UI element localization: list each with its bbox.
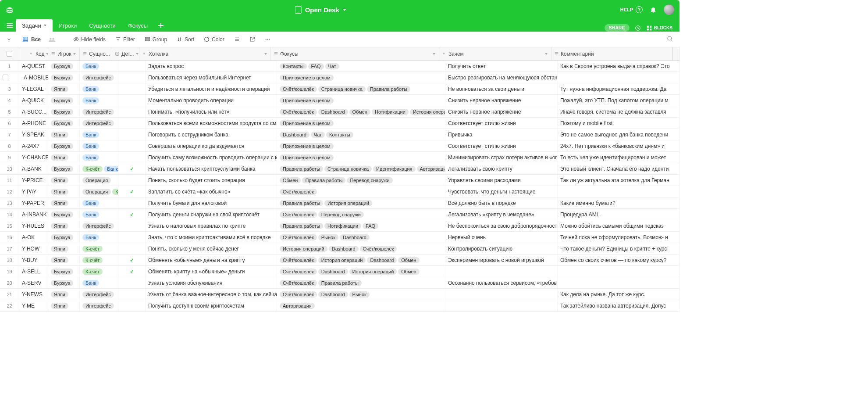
header-hotelka[interactable]: Хотелка xyxy=(139,47,271,60)
cell-detail[interactable] xyxy=(118,243,146,254)
base-title[interactable]: Open Desk xyxy=(21,6,620,14)
cell-entity[interactable]: К-счёт xyxy=(80,266,118,277)
cell-why[interactable]: Получить ответ xyxy=(445,61,558,72)
table-row[interactable]: 4A-QUICKБуржуаБанкМоментально проводить … xyxy=(0,95,679,106)
airtable-logo[interactable] xyxy=(5,5,14,14)
cell-hotelka[interactable]: Получить бумаги для налоговой xyxy=(146,197,277,208)
cell-entity[interactable]: К-счёт xyxy=(80,243,118,254)
table-row[interactable]: 1A-QUESTБуржуаБанкЗадать вопросКонтактыF… xyxy=(0,61,679,72)
cell-code[interactable]: Y-CHANCE xyxy=(19,152,48,163)
cell-why[interactable]: Легализовать свою крипту xyxy=(445,163,558,174)
cell-comment[interactable]: Это новый клиент. Сначала его надо идент… xyxy=(558,163,679,174)
cell-code[interactable]: A-SUCC... xyxy=(19,106,48,117)
table-tab[interactable]: Игроки xyxy=(53,19,83,32)
cell-detail[interactable] xyxy=(118,140,146,151)
cell-player[interactable]: Яппи xyxy=(48,300,80,311)
cell-player[interactable]: Яппи xyxy=(48,175,80,186)
table-row[interactable]: 13Y-PAPERЯппиБанкПолучить бумаги для нал… xyxy=(0,197,679,209)
cell-code[interactable]: A-MOBILE xyxy=(19,72,48,83)
cell-hotelka[interactable]: Обменять крипту на «обычные» деньги xyxy=(146,266,277,277)
cell-player[interactable]: Яппи xyxy=(48,254,80,265)
color-button[interactable]: Color xyxy=(201,35,227,44)
cell-detail[interactable]: ✓ xyxy=(118,163,146,174)
cell-detail[interactable] xyxy=(118,72,146,83)
blocks-button[interactable]: BLOCKS xyxy=(646,25,672,31)
cell-detail[interactable] xyxy=(118,277,146,288)
table-row[interactable]: 22Y-MEЯппиИнтерфейсПолучить доступ к сво… xyxy=(0,300,679,312)
cell-comment[interactable]: Как дела на рынке. Да тот же курс. xyxy=(558,289,679,300)
cell-code[interactable]: A-PHONE xyxy=(19,118,48,129)
cell-hotelka[interactable]: Пользоваться через мобильный Интернет xyxy=(146,72,277,83)
cell-detail[interactable] xyxy=(118,129,146,140)
more-button[interactable] xyxy=(262,35,273,44)
cell-comment[interactable]: Тут нужна информационная поддержка. Да xyxy=(558,83,679,94)
cell-player[interactable]: Буржуа xyxy=(48,140,80,151)
cell-code[interactable]: Y-SPEAK xyxy=(19,129,48,140)
cell-player[interactable]: Яппи xyxy=(48,152,80,163)
cell-hotelka[interactable]: Задать вопрос xyxy=(146,61,277,72)
cell-focus[interactable]: Приложение в целом xyxy=(277,152,445,163)
cell-comment[interactable]: Иначе говоря, система не должна заставля xyxy=(558,106,679,117)
history-button[interactable] xyxy=(635,25,641,31)
cell-focus[interactable]: Счёт/кошелёкПеревод снаружи xyxy=(277,209,445,220)
cell-entity[interactable]: Банк xyxy=(80,95,118,106)
cell-comment[interactable]: Так затейливо названа авторизация. Допус xyxy=(558,300,679,311)
cell-why[interactable] xyxy=(445,289,558,300)
cell-focus[interactable]: Счёт/кошелёкИстория операцийDashboardОбм… xyxy=(277,254,445,265)
share-button[interactable]: SHARE xyxy=(605,24,630,32)
cell-detail[interactable] xyxy=(118,232,146,243)
table-row[interactable]: 11Y-PRICEЯппиОперацияПонять, сколько буд… xyxy=(0,175,679,186)
table-row[interactable]: 7Y-SPEAKЯппиБанкПоговорить с сотрудником… xyxy=(0,129,679,140)
cell-hotelka[interactable]: Понимать, «получилось или нет» xyxy=(146,106,277,117)
table-row[interactable]: A-MOBILEБуржуаИнтерфейсПользоваться чере… xyxy=(0,72,679,83)
cell-player[interactable]: Яппи xyxy=(48,289,80,300)
cell-entity[interactable]: Банк xyxy=(80,61,118,72)
cell-focus[interactable]: Правила работыНотификацииFAQ xyxy=(277,220,445,231)
cell-player[interactable]: Яппи xyxy=(48,243,80,254)
cell-entity[interactable]: Банк xyxy=(80,232,118,243)
cell-detail[interactable]: ✓ xyxy=(118,209,146,220)
cell-code[interactable]: Y-PAY xyxy=(19,186,48,197)
cell-focus[interactable]: Правила работыСтраница новичкаИдентифика… xyxy=(277,163,445,174)
cell-focus[interactable]: Счёт/кошелёкРынокDashboard xyxy=(277,232,445,243)
table-row[interactable]: 9Y-CHANCEЯппиБанкПолучить саму возможнос… xyxy=(0,152,679,163)
cell-detail[interactable] xyxy=(118,289,146,300)
cell-player[interactable]: Яппи xyxy=(48,186,80,197)
cell-entity[interactable]: Банк xyxy=(80,197,118,208)
cell-hotelka[interactable]: Моментально проводить операции xyxy=(146,95,277,106)
current-view[interactable]: Все xyxy=(19,35,44,44)
table-row[interactable]: 18Y-BUYЯппиК-счёт✓Обменять «обычные» ден… xyxy=(0,254,679,266)
cell-entity[interactable]: К-счёт xyxy=(80,254,118,265)
filter-button[interactable]: Filter xyxy=(113,35,138,44)
cell-detail[interactable]: ✓ xyxy=(118,254,146,265)
cell-why[interactable]: Снизить нервное напряжение xyxy=(445,95,558,106)
cell-focus[interactable]: Счёт/кошелёкDashboardИстория операцийОбм… xyxy=(277,266,445,277)
cell-entity[interactable]: Интерфейс xyxy=(80,72,118,83)
cell-hotelka[interactable]: Заплатить со счёта «как обычно» xyxy=(146,186,277,197)
notifications-icon[interactable] xyxy=(650,6,657,13)
cell-detail[interactable] xyxy=(118,300,146,311)
cell-why[interactable]: Всё должно быть в порядке xyxy=(445,197,558,208)
table-tab[interactable]: Фокусы xyxy=(122,19,154,32)
cell-focus[interactable]: Правила работыИстория операций xyxy=(277,197,445,208)
row-height-button[interactable] xyxy=(231,35,242,44)
cell-comment[interactable]: То есть чел уже идентифицирован и может xyxy=(558,152,679,163)
cell-hotelka[interactable]: Узнать о налоговых правилах по крипте xyxy=(146,220,277,231)
cell-why[interactable]: Чувствовать, что деньги настоящие xyxy=(445,186,558,197)
cell-detail[interactable] xyxy=(118,106,146,117)
cell-code[interactable]: A-OK xyxy=(19,232,48,243)
cell-why[interactable]: Экспериментировать с новой игрушкой xyxy=(445,254,558,265)
cell-hotelka[interactable]: Получить деньги снаружи на свой криптосч… xyxy=(146,209,277,220)
cell-entity[interactable]: Интерфейс xyxy=(80,118,118,129)
cell-comment[interactable]: Процедура AML. xyxy=(558,209,679,220)
cell-player[interactable]: Яппи xyxy=(48,220,80,231)
cell-hotelka[interactable]: Убедиться в легальности и надёжности опе… xyxy=(146,83,277,94)
cell-why[interactable]: Нервный очень xyxy=(445,232,558,243)
collaborators-icon[interactable] xyxy=(49,36,57,43)
cell-why[interactable] xyxy=(445,266,558,277)
cell-player[interactable]: Буржуа xyxy=(48,61,80,72)
header-entity[interactable]: Сущно... xyxy=(80,47,112,60)
cell-comment[interactable]: Пожалуй, это УТП. Под капотом операции м xyxy=(558,95,679,106)
cell-why[interactable] xyxy=(445,300,558,311)
cell-detail[interactable] xyxy=(118,61,146,72)
